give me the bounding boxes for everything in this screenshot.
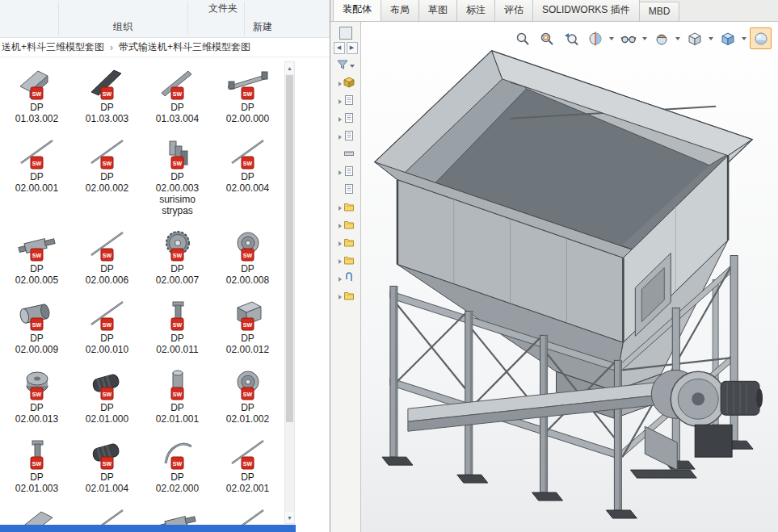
tab-评估[interactable]: 评估 xyxy=(494,0,533,21)
file-item[interactable]: SWDP02.00.012 xyxy=(212,292,283,362)
component-folder-icon xyxy=(343,254,355,269)
expander-arrow-icon[interactable] xyxy=(339,224,342,228)
zoom-to-area-icon[interactable] xyxy=(536,27,557,49)
component-folder-icon[interactable] xyxy=(334,202,358,214)
breadcrumb-parent[interactable]: 送机+料斗三维模型套图 xyxy=(2,40,104,54)
taskbar[interactable] xyxy=(0,525,296,532)
file-item[interactable]: SWDP02.00.005 xyxy=(2,223,72,292)
expander-arrow-icon[interactable] xyxy=(339,99,342,104)
tab-MBD[interactable]: MBD xyxy=(639,2,680,21)
file-thumbnail-shaft-icon: SW xyxy=(155,504,200,525)
tab-SOLIDWORKS 插件[interactable]: SOLIDWORKS 插件 xyxy=(532,0,640,21)
hide-show-items-icon[interactable] xyxy=(617,27,639,49)
file-item[interactable]: SW xyxy=(72,501,142,525)
file-item[interactable]: SWDP02.02.000 xyxy=(142,431,212,501)
file-item[interactable]: SWDP02.00.011 xyxy=(142,292,212,362)
file-item[interactable]: SWDP02.00.001 xyxy=(2,131,72,223)
edit-appearance-icon-dropdown[interactable] xyxy=(675,37,680,40)
file-item[interactable]: SWDP02.00.013 xyxy=(2,362,72,431)
previous-view-icon[interactable] xyxy=(560,27,582,49)
ribbon-tab-folder[interactable]: 文件夹 xyxy=(208,2,238,15)
zoom-to-fit-icon[interactable] xyxy=(511,27,533,49)
file-name: DP02.02.000 xyxy=(156,471,199,494)
filter-icon-dropdown[interactable] xyxy=(350,65,355,68)
file-item[interactable]: SWDP02.00.003surisimostrypas xyxy=(142,131,212,223)
file-item[interactable]: SWDP02.00.000 xyxy=(212,61,283,131)
file-item[interactable]: SWDP01.03.003 xyxy=(72,61,142,131)
svg-text:SW: SW xyxy=(32,253,41,258)
document-icon[interactable] xyxy=(334,184,358,196)
tab-草图[interactable]: 草图 xyxy=(418,0,457,21)
solidworks-badge-icon: SW xyxy=(242,87,254,99)
pane-toggle-icon[interactable] xyxy=(339,27,352,40)
file-item[interactable]: SWDP02.02.001 xyxy=(212,431,283,501)
file-item[interactable]: SWDP02.00.010 xyxy=(72,292,142,362)
expander-arrow-icon[interactable] xyxy=(339,135,342,140)
file-item[interactable]: SWDP02.00.008 xyxy=(212,223,283,292)
file-item[interactable]: SWDP02.01.000 xyxy=(72,362,142,431)
section-view-icon-dropdown[interactable] xyxy=(609,37,614,40)
file-item[interactable]: SWDP02.00.006 xyxy=(72,223,142,292)
mates-clip-icon[interactable] xyxy=(334,273,358,285)
breadcrumb-current[interactable]: 带式输送机+料斗三维模型套图 xyxy=(119,40,250,54)
plane-icon[interactable] xyxy=(334,149,358,161)
file-item[interactable]: SWDP02.00.002 xyxy=(72,131,142,223)
expander-arrow-icon[interactable] xyxy=(339,295,342,300)
annotations-doc-icon[interactable] xyxy=(334,131,358,143)
file-item[interactable]: SWDP02.01.001 xyxy=(142,362,212,431)
tab-布局[interactable]: 布局 xyxy=(381,0,419,21)
solidworks-badge-icon: SW xyxy=(31,387,43,400)
feature-tree-strip: ◀ ▶ xyxy=(330,22,361,532)
component-folder-icon[interactable] xyxy=(334,291,358,303)
view-orientation-icon[interactable] xyxy=(717,27,738,49)
expander-arrow-icon[interactable] xyxy=(339,259,342,264)
file-item[interactable]: SWDP02.01.004 xyxy=(72,431,142,501)
view-orientation-icon-dropdown[interactable] xyxy=(742,37,746,40)
file-item[interactable]: SWDP02.00.004 xyxy=(212,131,283,223)
display-style-icon[interactable] xyxy=(683,27,705,49)
scrollbar-thumb[interactable] xyxy=(286,75,293,422)
expander-arrow-icon[interactable] xyxy=(339,206,342,211)
filter-icon[interactable] xyxy=(334,60,358,72)
expander-arrow-icon[interactable] xyxy=(339,82,342,86)
component-folder-icon[interactable] xyxy=(334,255,358,267)
hide-show-items-icon-dropdown[interactable] xyxy=(642,37,647,40)
scroll-down-icon[interactable]: ▼ xyxy=(285,512,294,523)
tab-装配体[interactable]: 装配体 xyxy=(333,0,381,21)
explorer-vertical-scrollbar[interactable]: ▲ ▼ xyxy=(284,61,295,524)
view-settings-icon[interactable] xyxy=(750,27,772,49)
file-item[interactable]: SWDP02.01.003 xyxy=(2,431,72,501)
assembly-node-icon[interactable] xyxy=(334,77,358,90)
edit-appearance-icon[interactable] xyxy=(650,27,672,49)
document-icon xyxy=(343,183,355,198)
expander-arrow-icon[interactable] xyxy=(339,170,342,175)
sensors-doc-icon[interactable] xyxy=(334,113,358,125)
file-item[interactable]: SW xyxy=(212,501,283,525)
file-item[interactable]: SWDP02.00.009 xyxy=(2,292,72,362)
file-name: DP02.01.001 xyxy=(156,402,199,425)
scroll-up-icon[interactable]: ▲ xyxy=(285,62,294,73)
history-doc-icon[interactable] xyxy=(334,95,358,107)
file-item[interactable]: SW xyxy=(142,501,212,525)
tree-expand-right-icon[interactable]: ▶ xyxy=(347,42,358,54)
expander-arrow-icon[interactable] xyxy=(339,117,342,122)
file-item[interactable]: SW xyxy=(2,501,72,525)
file-thumbnail-rod-thin-icon: SW xyxy=(225,504,271,525)
file-item[interactable]: SWDP01.03.002 xyxy=(2,61,72,131)
file-item[interactable]: SWDP02.00.007 xyxy=(142,223,212,292)
component-folder-icon[interactable] xyxy=(334,220,358,232)
component-folder-icon[interactable] xyxy=(334,237,358,249)
organize-button[interactable]: 组织 xyxy=(113,20,132,34)
document-icon[interactable] xyxy=(334,166,358,178)
expander-arrow-icon[interactable] xyxy=(339,241,342,246)
viewport-3d-model[interactable] xyxy=(361,22,778,532)
expander-arrow-icon[interactable] xyxy=(339,277,342,282)
display-style-icon-dropdown[interactable] xyxy=(709,37,713,40)
file-item[interactable]: SWDP02.01.002 xyxy=(212,362,283,431)
file-item[interactable]: SWDP01.03.004 xyxy=(142,61,212,131)
section-view-icon[interactable] xyxy=(584,27,606,49)
tab-标注[interactable]: 标注 xyxy=(456,0,495,21)
tree-collapse-left-icon[interactable]: ◀ xyxy=(334,42,345,54)
graphics-viewport[interactable] xyxy=(361,22,778,532)
new-folder-button[interactable]: 新建 xyxy=(253,20,272,34)
